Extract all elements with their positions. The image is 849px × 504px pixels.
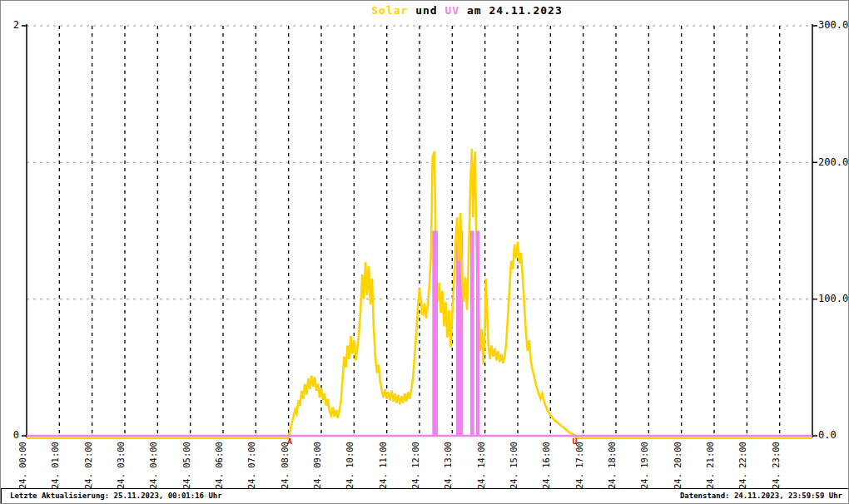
x-axis-tick-label: 24. 16:00 [541, 437, 552, 489]
x-axis-tick-label: 24. 08:00 [280, 437, 290, 489]
uv-bar [476, 231, 479, 437]
x-axis-tick-label: 24. 21:00 [705, 437, 716, 489]
x-axis-tick-label: 24. 01:00 [50, 437, 61, 489]
right-axis-tick-label: 200.0 [818, 157, 849, 168]
x-axis-tick-label: 24. 19:00 [639, 437, 650, 489]
x-axis-tick-label: 24. 18:00 [607, 437, 618, 489]
x-axis-tick-label: 24. 10:00 [345, 437, 355, 489]
x-axis-tick-label: 24. 03:00 [116, 437, 127, 489]
x-axis-tick-label: 24. 06:00 [214, 437, 225, 489]
left-axis-tick-label: 2 [2, 20, 19, 31]
right-axis-tick-label: 300.0 [818, 20, 849, 31]
x-axis-tick-label: 24. 00:00 [17, 437, 28, 489]
x-axis-tick-label: 24. 20:00 [673, 437, 683, 489]
solar-uv-chart-page: Solar und UV am 24.11.2023 AU 2 0 300.0 … [0, 0, 849, 504]
x-axis-tick-label: 24. 15:00 [509, 437, 519, 489]
data-timestamp-text: Datenstand: 24.11.2023, 23:59:59 Uhr [680, 492, 842, 500]
uv-bar [470, 231, 474, 437]
x-axis-tick-label: 24. 09:00 [312, 437, 323, 489]
x-axis-tick-label: 24. 07:00 [246, 437, 257, 489]
plot-area: AU [1, 1, 849, 504]
uv-bar [432, 231, 438, 437]
right-axis-tick-label: 100.0 [818, 294, 849, 304]
x-axis-tick-label: 24. 17:00 [574, 437, 585, 489]
x-axis-tick-label: 24. 04:00 [148, 437, 159, 489]
x-axis-tick-label: 24. 23:00 [771, 437, 782, 489]
x-axis-tick-label: 24. 12:00 [410, 437, 421, 489]
x-axis-tick-label: 24. 05:00 [181, 437, 192, 489]
left-axis-tick-label: 0 [2, 430, 19, 441]
right-axis-tick-label: 0.0 [818, 430, 849, 441]
footer-bar: Letzte Aktualisierung: 25.11.2023, 00:01… [1, 488, 849, 504]
last-update-text: Letzte Aktualisierung: 25.11.2023, 00:01… [10, 492, 222, 500]
x-axis-tick-label: 24. 13:00 [443, 437, 454, 489]
x-axis-tick-label: 24. 11:00 [378, 437, 389, 489]
x-axis-tick-label: 24. 22:00 [737, 437, 748, 489]
x-axis-tick-label: 24. 14:00 [476, 437, 487, 489]
x-axis-tick-label: 24. 02:00 [83, 437, 94, 489]
